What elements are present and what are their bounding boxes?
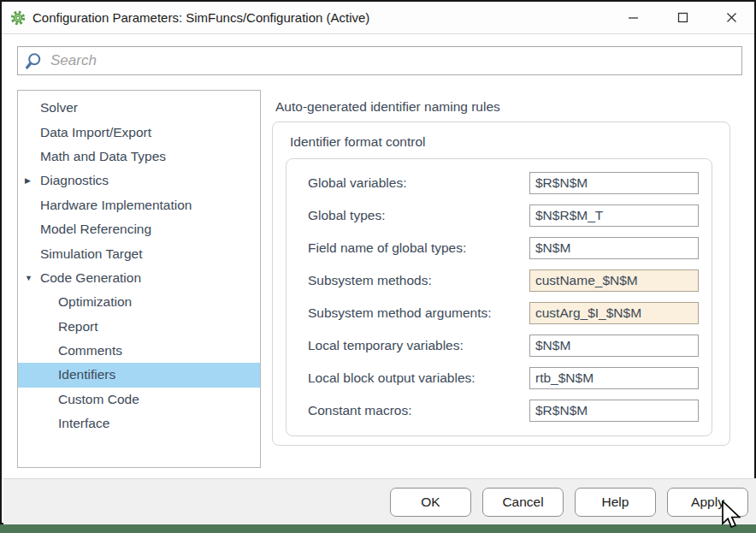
desktop-background: Configuration Parameters: SimFuncs/Confi… [0, 0, 756, 533]
maximize-button[interactable] [668, 5, 697, 29]
window-title: Configuration Parameters: SimFuncs/Confi… [32, 10, 369, 25]
sidebar-item-comments[interactable]: Comments [18, 339, 260, 363]
gear-icon [10, 10, 26, 26]
sidebar-item-identifiers[interactable]: Identifiers [18, 363, 260, 387]
global-types-input[interactable] [529, 204, 699, 227]
minimize-icon [628, 12, 639, 23]
sidebar-item-data-import-export[interactable]: Data Import/Export [18, 120, 260, 144]
group-label: Identifier format control [290, 134, 426, 150]
sidebar-item-label: Model Referencing [40, 222, 151, 237]
field-row: Global types: [308, 204, 699, 227]
sidebar-item-label: Hardware Implementation [40, 198, 192, 213]
chevron-down-icon[interactable]: ▼ [23, 274, 40, 282]
search-bar [17, 46, 742, 75]
field-row: Local temporary variables: [308, 335, 699, 357]
sidebar-item-label: Comments [58, 343, 122, 358]
cancel-button[interactable]: Cancel [482, 488, 564, 517]
constant-macros-input[interactable] [529, 400, 699, 422]
field-row: Local block output variables: [308, 367, 699, 389]
global-variables-input[interactable] [529, 172, 699, 194]
search-input[interactable] [49, 46, 741, 75]
field-label: Field name of global types: [308, 240, 529, 256]
local-block-output-variables-input[interactable] [529, 367, 699, 389]
apply-button[interactable]: Apply [667, 488, 748, 517]
button-bar: OK Cancel Help Apply [3, 478, 756, 524]
field-row: Subsystem methods: [308, 269, 699, 292]
chevron-right-icon[interactable]: ▶ [23, 176, 40, 185]
close-button[interactable] [717, 5, 746, 29]
sidebar-item-report[interactable]: Report [18, 315, 260, 339]
minimize-button[interactable] [618, 5, 647, 29]
field-label: Local block output variables: [308, 370, 529, 386]
sidebar-item-label: Interface [58, 416, 109, 431]
sidebar-item-simulation-target[interactable]: Simulation Target [18, 241, 260, 265]
sidebar-item-optimization[interactable]: Optimization [18, 290, 260, 314]
sidebar-item-label: Math and Data Types [40, 149, 166, 164]
sidebar-item-solver[interactable]: Solver [18, 96, 260, 120]
field-row: Field name of global types: [308, 237, 699, 259]
page-title: Auto-generated identifier naming rules [275, 99, 500, 115]
search-icon [25, 52, 43, 70]
sidebar-item-custom-code[interactable]: Custom Code [18, 388, 260, 412]
local-temporary-variables-input[interactable] [529, 335, 699, 357]
sidebar-item-label: Code Generation [40, 270, 141, 286]
sidebar-item-label: Identifiers [58, 367, 115, 382]
sidebar-item-model-referencing[interactable]: Model Referencing [18, 217, 260, 241]
field-label: Local temporary variables: [308, 338, 529, 353]
configuration-parameters-dialog: Configuration Parameters: SimFuncs/Confi… [0, 0, 756, 524]
close-icon [726, 12, 737, 23]
field-label: Subsystem methods: [308, 273, 529, 288]
sidebar-item-label: Diagnostics [40, 173, 109, 188]
field-name-of-global-types-input[interactable] [529, 237, 699, 259]
ok-button[interactable]: OK [390, 488, 471, 517]
sidebar-item-label: Solver [40, 100, 78, 115]
field-label: Subsystem method arguments: [308, 305, 529, 321]
sidebar: Solver Data Import/Export Math and Data … [17, 90, 261, 468]
field-row: Global variables: [308, 172, 699, 194]
sidebar-item-label: Data Import/Export [40, 125, 151, 140]
sidebar-item-diagnostics[interactable]: ▶Diagnostics [18, 169, 260, 192]
sidebar-item-code-generation[interactable]: ▼Code Generation [18, 266, 260, 290]
field-row: Subsystem method arguments: [308, 302, 699, 324]
sidebar-item-label: Simulation Target [40, 246, 142, 262]
sidebar-item-hardware-implementation[interactable]: Hardware Implementation [18, 193, 260, 217]
subsystem-method-arguments-input[interactable] [529, 302, 699, 324]
sidebar-item-label: Custom Code [58, 392, 139, 407]
field-label: Global variables: [308, 175, 529, 191]
subsystem-methods-input[interactable] [529, 269, 699, 292]
field-label: Global types: [308, 208, 529, 223]
sidebar-item-label: Optimization [58, 294, 132, 310]
field-label: Constant macros: [308, 403, 529, 418]
sidebar-item-interface[interactable]: Interface [18, 412, 260, 435]
maximize-icon [677, 12, 688, 23]
sidebar-item-math-and-data-types[interactable]: Math and Data Types [18, 145, 260, 169]
sidebar-item-label: Report [58, 319, 98, 335]
help-button[interactable]: Help [575, 488, 656, 517]
titlebar: Configuration Parameters: SimFuncs/Confi… [2, 2, 754, 34]
identifier-format-control-group: Global variables: Global types: Field na… [286, 158, 712, 436]
field-row: Constant macros: [308, 400, 699, 422]
